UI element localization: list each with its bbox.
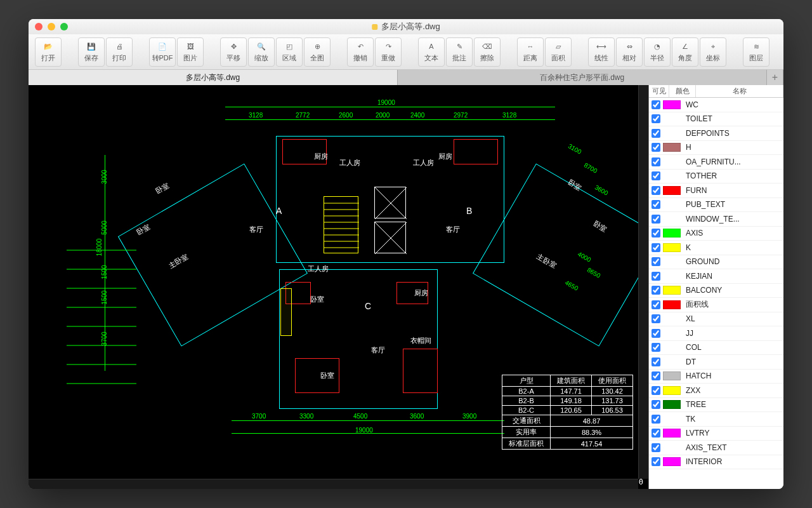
layer-visible-checkbox[interactable] [652,229,660,237]
layer-row[interactable]: PUB_TEXT [649,198,783,213]
layer-visible-checkbox[interactable] [652,314,660,323]
zoom-button[interactable]: 🔍缩放 [248,37,275,67]
layer-visible-checkbox[interactable] [652,186,660,195]
layer-visible-checkbox[interactable] [652,171,660,180]
layer-row[interactable]: K [649,241,783,255]
text-button[interactable]: A文本 [418,37,445,67]
layer-visible-checkbox[interactable] [652,143,660,152]
radius-button[interactable]: ◔半径 [644,37,671,67]
layer-color-swatch[interactable] [663,143,681,152]
layer-visible-checkbox[interactable] [652,286,660,295]
layer-row[interactable]: FURN [649,184,783,198]
maximize-icon[interactable] [60,23,68,30]
layer-visible-checkbox[interactable] [652,114,660,123]
close-icon[interactable] [35,23,43,30]
layer-visible-checkbox[interactable] [652,200,660,209]
layer-row[interactable]: WINDOW_TE... [649,212,783,227]
layer-color-swatch[interactable] [663,358,681,366]
scrollbar-vertical[interactable] [638,85,648,479]
layer-visible-checkbox[interactable] [652,257,660,266]
layer-color-swatch[interactable] [663,400,681,409]
layer-color-swatch[interactable] [663,443,681,452]
layer-visible-checkbox[interactable] [652,329,660,338]
layer-row[interactable]: TOILET [649,112,783,127]
layer-row[interactable]: BALCONY [649,284,783,298]
layer-visible-checkbox[interactable] [652,243,660,252]
redo-button[interactable]: ↷重做 [375,37,402,67]
layer-color-swatch[interactable] [663,215,681,224]
undo-button[interactable]: ↶撤销 [347,37,374,67]
tab-file-2[interactable]: 百余种住宅户形平面.dwg [398,70,767,85]
layer-row[interactable]: INTERIOR [649,455,783,470]
layer-visible-checkbox[interactable] [652,129,660,138]
layer-row[interactable]: GROUND [649,255,783,270]
layer-row[interactable]: XL [649,312,783,327]
pan-button[interactable]: ✥平移 [220,37,247,67]
drawing-canvas[interactable]: 19000 3128277226002000240029723128 30005… [29,85,649,489]
layer-row[interactable]: ZXX [649,384,783,398]
layer-visible-checkbox[interactable] [652,157,660,166]
layer-row[interactable]: H [649,141,783,156]
region-button[interactable]: ◰区域 [276,37,303,67]
layer-row[interactable]: LVTRY [649,427,783,441]
layer-visible-checkbox[interactable] [652,358,660,366]
layer-color-swatch[interactable] [663,157,681,166]
layer-visible-checkbox[interactable] [652,343,660,352]
layer-visible-checkbox[interactable] [652,457,660,466]
layer-row[interactable]: TK [649,412,783,427]
pdf-button[interactable]: 📄转PDF [149,37,176,67]
layer-row[interactable]: JJ [649,326,783,341]
layer-row[interactable]: WC [649,98,783,112]
layer-color-swatch[interactable] [663,429,681,438]
area-button[interactable]: ▱面积 [545,37,572,67]
layers-button[interactable]: ≋图层 [743,37,769,67]
layer-color-swatch[interactable] [663,300,681,309]
dist-button[interactable]: ↔距离 [517,37,544,67]
layer-row[interactable]: AXIS [649,227,783,241]
minimize-icon[interactable] [48,23,55,30]
angle-button[interactable]: ∠角度 [672,37,698,67]
layer-color-swatch[interactable] [663,329,681,338]
layer-visible-checkbox[interactable] [652,415,660,424]
layer-color-swatch[interactable] [663,272,681,281]
image-button[interactable]: 🖼图片 [177,37,204,67]
layer-row[interactable]: TOTHER [649,170,783,184]
layer-row[interactable]: DT [649,355,783,370]
layer-visible-checkbox[interactable] [652,386,660,395]
layer-color-swatch[interactable] [663,371,681,380]
layer-row[interactable]: COL [649,341,783,356]
fit-button[interactable]: ⊕全图 [304,37,331,67]
layer-visible-checkbox[interactable] [652,400,660,409]
layer-color-swatch[interactable] [663,343,681,352]
layer-color-swatch[interactable] [663,457,681,466]
layer-visible-checkbox[interactable] [652,300,660,309]
erase-button[interactable]: ⌫擦除 [474,37,501,67]
note-button[interactable]: ✎批注 [446,37,473,67]
layer-visible-checkbox[interactable] [652,272,660,281]
layer-color-swatch[interactable] [663,171,681,180]
layer-row[interactable]: HATCH [649,370,783,384]
layer-color-swatch[interactable] [663,114,681,123]
layer-row[interactable]: TREE [649,398,783,413]
layer-row[interactable]: KEJIAN [649,269,783,284]
layer-visible-checkbox[interactable] [652,429,660,438]
layer-visible-checkbox[interactable] [652,443,660,452]
coord-button[interactable]: ⌖坐标 [700,37,726,67]
tab-file-1[interactable]: 多层小高等.dwg [29,70,398,85]
layer-color-swatch[interactable] [663,229,681,237]
save-button[interactable]: 💾保存 [78,37,105,67]
print-button[interactable]: 🖨打印 [106,37,133,67]
layer-row[interactable]: DEFPOINTS [649,126,783,141]
layer-color-swatch[interactable] [663,386,681,395]
layer-row[interactable]: 面积线 [649,298,783,312]
layer-color-swatch[interactable] [663,314,681,323]
layer-visible-checkbox[interactable] [652,100,660,109]
relative-button[interactable]: ⇔相对 [616,37,643,67]
layer-visible-checkbox[interactable] [652,215,660,224]
layer-color-swatch[interactable] [663,129,681,138]
scrollbar-horizontal[interactable] [29,479,638,489]
layer-color-swatch[interactable] [663,415,681,424]
layer-color-swatch[interactable] [663,186,681,195]
layer-visible-checkbox[interactable] [652,371,660,380]
open-button[interactable]: 📂打开 [35,37,62,67]
